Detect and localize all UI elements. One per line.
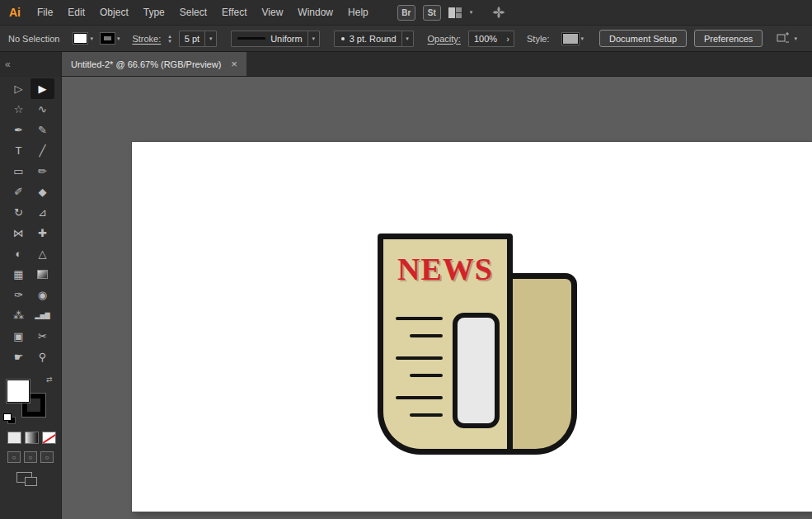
chevron-down-icon: ▾ <box>581 35 584 42</box>
document-setup-button[interactable]: Document Setup <box>599 30 687 47</box>
pen-tool[interactable]: ✒ <box>7 120 31 140</box>
stroke-label[interactable]: Stroke: <box>132 34 161 44</box>
collapse-panel-button[interactable]: « <box>0 52 61 77</box>
fill-swatch[interactable] <box>7 380 30 403</box>
menubar-right-controls: Br St ▾ <box>397 5 507 21</box>
chevron-down-icon[interactable]: ▾ <box>794 35 797 42</box>
stroke-swatch-icon <box>101 33 115 44</box>
chevron-down-icon: ▾ <box>90 35 93 42</box>
slice-tool[interactable]: ✂ <box>31 326 54 347</box>
draw-inside-button[interactable] <box>40 451 54 463</box>
menu-window[interactable]: Window <box>290 0 340 25</box>
opacity-field[interactable]: 100% › <box>468 31 514 47</box>
shape-builder-tool[interactable]: ◐ <box>7 243 31 264</box>
default-fill-stroke-icon[interactable] <box>3 413 15 423</box>
menu-effect[interactable]: Effect <box>214 0 254 25</box>
fill-color-control[interactable]: ▾ <box>73 33 93 44</box>
gradient-button[interactable] <box>25 432 39 444</box>
symbol-sprayer-tool[interactable]: ⁂ <box>7 305 31 326</box>
color-mode-buttons <box>0 432 61 444</box>
menu-help[interactable]: Help <box>340 0 376 25</box>
sync-icon[interactable] <box>491 5 506 20</box>
screen-mode-button[interactable] <box>16 472 32 483</box>
document-tab-title: Untitled-2* @ 66.67% (RGB/Preview) <box>71 59 221 69</box>
tool-grid: ▷ ▶ ☆ ∿ ✒ ✎ T ╱ ▭ ✏ ✐ ◆ ↻ ⊿ ⋈ ✚ ◐ △ ▦ ✑ <box>0 77 61 367</box>
eraser-tool[interactable]: ◆ <box>31 182 54 202</box>
newspaper-back-page[interactable] <box>507 273 577 455</box>
style-dropdown[interactable]: ▾ <box>557 33 584 45</box>
perspective-grid-tool[interactable]: △ <box>31 243 54 264</box>
stroke-weight-field[interactable]: 5 pt ▾ <box>179 31 217 47</box>
width-profile-dropdown[interactable]: Uniform ▾ <box>231 31 320 47</box>
menu-type[interactable]: Type <box>136 0 172 25</box>
draw-normal-button[interactable] <box>7 451 21 463</box>
artboard-tool[interactable]: ▣ <box>7 326 31 347</box>
paintbrush-tool[interactable]: ✏ <box>31 161 54 182</box>
style-label: Style: <box>527 34 550 44</box>
shaper-tool[interactable]: ✐ <box>7 182 31 202</box>
newspaper-text-line[interactable] <box>396 356 443 360</box>
none-button[interactable] <box>42 432 56 444</box>
width-tool[interactable]: ⋈ <box>7 223 31 243</box>
draw-behind-button[interactable] <box>24 451 37 463</box>
close-tab-icon[interactable]: × <box>231 59 237 69</box>
magic-wand-tool[interactable]: ☆ <box>7 99 31 120</box>
menu-file[interactable]: File <box>30 0 60 25</box>
color-button[interactable] <box>7 432 21 444</box>
selection-tool[interactable]: ▶ <box>31 78 54 99</box>
gradient-icon <box>37 270 48 279</box>
curvature-tool[interactable]: ✎ <box>31 120 54 140</box>
opacity-label[interactable]: Opacity: <box>428 34 461 44</box>
swap-fill-stroke-icon[interactable]: ⇄ <box>46 375 53 384</box>
brush-dropdown[interactable]: 3 pt. Round ▾ <box>334 31 414 47</box>
stroke-color-control[interactable]: ▾ <box>101 33 120 44</box>
column-graph-tool[interactable]: ▂▅▇ <box>31 305 54 326</box>
menu-edit[interactable]: Edit <box>60 0 92 25</box>
newspaper-text-line[interactable] <box>396 396 443 399</box>
artboard[interactable]: NEWS <box>132 142 812 512</box>
gradient-tool[interactable] <box>31 264 54 285</box>
app-logo: Ai <box>0 0 30 25</box>
type-tool[interactable]: T <box>7 140 31 161</box>
menu-view[interactable]: View <box>255 0 291 25</box>
bridge-button[interactable]: Br <box>397 5 415 21</box>
document-tab[interactable]: Untitled-2* @ 66.67% (RGB/Preview) × <box>62 52 246 76</box>
menu-select[interactable]: Select <box>172 0 214 25</box>
newspaper-photo-box[interactable] <box>453 313 500 428</box>
chevron-down-icon: ▾ <box>307 31 319 46</box>
eyedropper-tool[interactable]: ✑ <box>7 285 31 305</box>
rotate-tool[interactable]: ↻ <box>7 202 31 223</box>
style-swatch-icon <box>562 33 579 45</box>
stroke-weight-stepper[interactable]: ▴ ▾ <box>168 34 171 44</box>
scale-tool[interactable]: ⊿ <box>31 202 54 223</box>
menu-object[interactable]: Object <box>92 0 136 25</box>
document-tab-bar: Untitled-2* @ 66.67% (RGB/Preview) × <box>62 52 812 77</box>
line-segment-tool[interactable]: ╱ <box>31 140 54 161</box>
flyout-arrow-icon: › <box>502 31 514 46</box>
free-transform-tool[interactable]: ✚ <box>31 223 54 243</box>
newspaper-text-line[interactable] <box>410 374 443 377</box>
fill-stroke-controls: ⇄ <box>0 374 61 427</box>
newspaper-text-line[interactable] <box>410 334 443 337</box>
fill-swatch-icon <box>73 33 87 44</box>
rectangle-tool[interactable]: ▭ <box>7 161 31 182</box>
stock-button[interactable]: St <box>423 5 441 21</box>
mesh-tool[interactable]: ▦ <box>7 264 31 285</box>
zoom-tool[interactable]: ⚲ <box>31 347 54 367</box>
hand-tool[interactable]: ☛ <box>7 347 31 367</box>
blend-tool[interactable]: ◉ <box>31 285 54 305</box>
chevron-down-icon: ▾ <box>117 35 120 42</box>
newspaper-text-line[interactable] <box>410 413 443 417</box>
chevron-down-icon: ▾ <box>401 31 413 46</box>
preferences-button[interactable]: Preferences <box>694 30 763 47</box>
newspaper-headline[interactable]: NEWS <box>383 251 507 287</box>
chevron-down-icon[interactable]: ▾ <box>470 9 473 16</box>
arrange-documents-icon[interactable] <box>448 7 462 18</box>
control-bar: No Selection ▾ ▾ Stroke: ▴ ▾ 5 pt ▾ Unif… <box>0 25 812 52</box>
direct-selection-tool[interactable]: ▷ <box>7 78 31 99</box>
align-options-icon[interactable] <box>776 32 790 45</box>
lasso-tool[interactable]: ∿ <box>31 99 54 120</box>
document-area: Untitled-2* @ 66.67% (RGB/Preview) × NEW… <box>62 52 812 519</box>
newspaper-text-line[interactable] <box>396 317 443 320</box>
canvas[interactable]: NEWS <box>62 77 812 519</box>
